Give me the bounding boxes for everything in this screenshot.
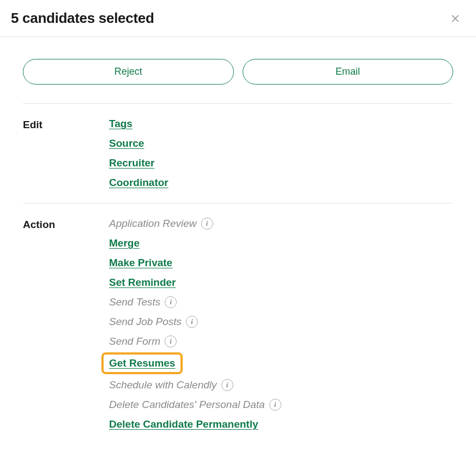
highlight-box: Get Resumes (101, 352, 183, 374)
action-get-resumes-item: Get Resumes (109, 355, 453, 371)
button-row: Reject Email (23, 59, 453, 85)
reject-button[interactable]: Reject (23, 59, 234, 85)
action-send-tests-item: Send Tests i (109, 296, 453, 308)
info-icon[interactable]: i (186, 316, 198, 328)
action-section: Action Application Review i Merge Make P… (23, 218, 453, 430)
close-button[interactable] (448, 11, 463, 26)
edit-section: Edit Tags Source Recruiter Coordinator (23, 118, 453, 189)
action-merge-item: Merge (109, 237, 453, 249)
action-section-items: Application Review i Merge Make Private … (109, 218, 453, 430)
edit-coordinator-link[interactable]: Coordinator (109, 177, 168, 189)
info-icon[interactable]: i (165, 335, 177, 347)
divider (23, 203, 453, 203)
action-delete-permanently-link[interactable]: Delete Candidate Permanently (109, 418, 258, 430)
edit-section-items: Tags Source Recruiter Coordinator (109, 118, 453, 189)
edit-tags-item: Tags (109, 118, 453, 130)
action-send-form-label: Send Form (109, 335, 160, 347)
action-make-private-item: Make Private (109, 257, 453, 269)
action-application-review-item: Application Review i (109, 218, 453, 230)
modal-body: Reject Email Edit Tags Source Recruiter … (0, 37, 476, 455)
action-delete-personal-data-label: Delete Candidates' Personal Data (109, 399, 265, 411)
edit-section-label: Edit (23, 118, 109, 189)
action-merge-link[interactable]: Merge (109, 237, 140, 249)
edit-recruiter-item: Recruiter (109, 157, 453, 169)
action-set-reminder-item: Set Reminder (109, 277, 453, 289)
modal-title: 5 candidates selected (11, 10, 154, 27)
edit-tags-link[interactable]: Tags (109, 118, 132, 130)
action-get-resumes-link[interactable]: Get Resumes (109, 357, 175, 369)
divider (23, 103, 453, 104)
action-section-label: Action (23, 218, 109, 430)
edit-coordinator-item: Coordinator (109, 177, 453, 189)
email-button[interactable]: Email (243, 59, 454, 85)
action-send-job-posts-label: Send Job Posts (109, 316, 182, 328)
action-set-reminder-link[interactable]: Set Reminder (109, 277, 176, 289)
close-icon (450, 13, 461, 24)
action-delete-personal-data-item: Delete Candidates' Personal Data i (109, 399, 453, 411)
action-application-review-label: Application Review (109, 218, 197, 230)
action-send-tests-label: Send Tests (109, 296, 160, 308)
action-schedule-calendly-label: Schedule with Calendly (109, 379, 217, 391)
action-delete-permanently-item: Delete Candidate Permanently (109, 418, 453, 430)
action-send-job-posts-item: Send Job Posts i (109, 316, 453, 328)
action-send-form-item: Send Form i (109, 335, 453, 347)
edit-source-item: Source (109, 137, 453, 149)
info-icon[interactable]: i (221, 379, 233, 391)
edit-source-link[interactable]: Source (109, 137, 144, 149)
info-icon[interactable]: i (269, 399, 281, 411)
edit-recruiter-link[interactable]: Recruiter (109, 157, 154, 169)
action-schedule-calendly-item: Schedule with Calendly i (109, 379, 453, 391)
modal-header: 5 candidates selected (0, 0, 476, 37)
action-make-private-link[interactable]: Make Private (109, 257, 172, 269)
info-icon[interactable]: i (201, 218, 213, 230)
info-icon[interactable]: i (165, 296, 177, 308)
